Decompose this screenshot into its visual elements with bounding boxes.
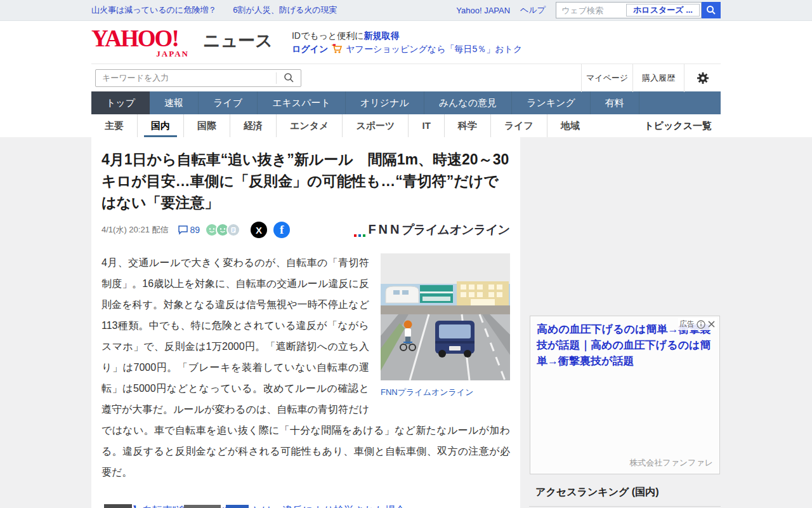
subnav-item-main[interactable]: 主要	[91, 114, 137, 137]
mypage-link[interactable]: マイページ	[581, 64, 632, 92]
search-row: マイページ 購入履歴	[0, 64, 812, 91]
service-name: ニュース	[203, 29, 273, 52]
id-promo-block: IDでもっと便利に新規取得 ログイン ヤフーショッピングなら「毎日5％」おトク	[292, 29, 522, 56]
search-icon	[706, 5, 716, 15]
settings-button[interactable]	[684, 64, 721, 92]
help-link[interactable]: ヘルプ	[520, 4, 546, 16]
fnn-logo-rest: プライムオンライン	[401, 222, 511, 238]
subnav-item-economy[interactable]: 経済	[230, 114, 276, 137]
web-search: ホロスターズ ...	[556, 2, 721, 18]
subnav-item-entertainment[interactable]: エンタメ	[276, 114, 342, 137]
article-title: 4月1日から自転車“追い抜き”新ルール 間隔1m、時速20～30キロが目安…車側…	[102, 149, 510, 213]
fnn-prime-online-logo[interactable]: FNN プライムオンライン	[354, 222, 510, 238]
id-promo-prefix: IDでもっと便利に	[292, 30, 364, 41]
header: YAHOO! JAPAN ニュース IDでもっと便利に新規取得 ログイン ヤフー…	[0, 21, 812, 64]
signup-link[interactable]: 新規取得	[364, 30, 400, 41]
promo-links: 山火事は減っているのに危険増？ 6割が人災、防げる火の現実	[91, 4, 337, 16]
subnav-item-domestic[interactable]: 国内	[137, 114, 183, 137]
ad-close-icon[interactable]	[707, 320, 716, 328]
subnav-item-region[interactable]: 地域	[547, 114, 593, 137]
japan-logo-text: JAPAN	[156, 49, 189, 59]
share-facebook-button[interactable]: f	[273, 222, 290, 238]
subnav-item-domestic-label: 国内	[151, 120, 170, 131]
learn-reaction-icon	[226, 223, 240, 237]
nav-tab-original[interactable]: オリジナル	[346, 91, 424, 114]
related-image-link[interactable]: 【画像】自転車“追い抜き”ルールとは 違反により検挙された場合	[102, 504, 510, 508]
keyword-search-box	[95, 69, 301, 87]
promo-link-2[interactable]: 6割が人災、防げる火の現実	[233, 4, 337, 16]
purchase-history-link[interactable]: 購入履歴	[632, 64, 684, 92]
subnav-item-it[interactable]: IT	[408, 114, 443, 137]
main-nav: トップ 速報 ライブ エキスパート オリジナル みんなの意見 ランキング 有料	[91, 91, 721, 114]
ad-label: 広告	[679, 319, 695, 330]
figure-caption[interactable]: FNNプライムオンライン	[381, 387, 510, 398]
ad-corner: 広告	[678, 318, 717, 330]
article-body-wrap: FNNプライムオンライン 4月、交通ルールで大きく変わるのが、自転車の「青切符制…	[102, 252, 510, 508]
nav-tab-sokuho[interactable]: 速報	[150, 91, 199, 114]
ad-box: 高めの血圧下げるのは簡単→衝撃裏技が話題｜高めの血圧下げるのは簡単→衝撃裏技が話…	[530, 316, 720, 474]
reaction-icons[interactable]	[205, 223, 240, 237]
comment-icon	[178, 225, 188, 235]
cart-icon	[331, 44, 343, 54]
article-illustration[interactable]	[381, 253, 510, 380]
comment-count: 89	[190, 225, 200, 235]
fnn-logo-dots	[354, 234, 365, 237]
main-area: 4月1日から自転車“追い抜き”新ルール 間隔1m、時速20～30キロが目安…車側…	[0, 137, 812, 508]
nav-tab-opinions[interactable]: みんなの意見	[424, 91, 512, 114]
gear-icon	[697, 72, 709, 84]
fnn-logo-fnn: FNN	[368, 222, 402, 237]
shopping-promo-link[interactable]: ヤフーショッピングなら「毎日5％」おトク	[346, 43, 522, 56]
yahoo-logo-text: YAHOO!	[91, 26, 200, 51]
ad-info-icon[interactable]	[697, 320, 705, 329]
nav-tab-top[interactable]: トップ	[91, 91, 150, 114]
nav-tab-expert[interactable]: エキスパート	[258, 91, 346, 114]
divider	[529, 506, 721, 507]
keyword-search-button[interactable]	[277, 70, 301, 86]
clipped-next-heading	[226, 505, 249, 508]
clipped-next-heading	[184, 505, 221, 508]
nav-tab-live[interactable]: ライブ	[199, 91, 258, 114]
nav-tab-ranking[interactable]: ランキング	[512, 91, 591, 114]
topics-list-link[interactable]: トピックス一覧	[644, 120, 721, 132]
ad-advertiser: 株式会社ファンファレ	[629, 457, 713, 469]
publish-date: 4/1(水) 20:21 配信	[102, 224, 169, 236]
subnav-item-life[interactable]: ライフ	[490, 114, 547, 137]
login-link[interactable]: ログイン	[292, 43, 328, 56]
sub-nav: 主要 国内 国際 経済 エンタメ スポーツ IT 科学 ライフ 地域 トピックス…	[91, 114, 721, 137]
comment-button[interactable]: 89	[178, 225, 200, 235]
top-promo-bar: 山火事は減っているのに危険増？ 6割が人災、防げる火の現実 Yahoo! JAP…	[0, 0, 812, 21]
article-card: 4月1日から自転車“追い抜き”新ルール 間隔1m、時速20～30キロが目安…車側…	[91, 137, 520, 508]
yahoo-japan-link[interactable]: Yahoo! JAPAN	[456, 6, 510, 15]
keyword-search-input[interactable]	[96, 73, 276, 83]
article-meta-row: 4/1(水) 20:21 配信 89	[102, 222, 510, 238]
search-suggestion-chip[interactable]: ホロスターズ ...	[626, 4, 700, 17]
article-figure: FNNプライムオンライン	[381, 253, 510, 398]
yahoo-news-logo[interactable]: YAHOO! JAPAN	[91, 26, 200, 59]
subnav-item-science[interactable]: 科学	[444, 114, 490, 137]
search-icon	[284, 72, 294, 83]
web-search-button[interactable]	[702, 2, 721, 18]
subnav-item-world[interactable]: 国際	[183, 114, 230, 137]
sub-nav-wrap: 主要 国内 国際 経済 エンタメ スポーツ IT 科学 ライフ 地域 トピックス…	[0, 114, 812, 137]
subnav-item-sports[interactable]: スポーツ	[342, 114, 408, 137]
nav-tab-paid[interactable]: 有料	[591, 91, 639, 114]
clipped-next-heading	[104, 504, 132, 508]
share-x-button[interactable]: X	[251, 222, 267, 238]
access-ranking-heading[interactable]: アクセスランキング (国内)	[535, 486, 658, 499]
sidebar: 高めの血圧下げるのは簡単→衝撃裏技が話題｜高めの血圧下げるのは簡単→衝撃裏技が話…	[529, 137, 721, 508]
main-nav-wrap: トップ 速報 ライブ エキスパート オリジナル みんなの意見 ランキング 有料	[0, 91, 812, 114]
promo-link-1[interactable]: 山火事は減っているのに危険増？	[91, 4, 216, 16]
web-search-input[interactable]	[556, 6, 625, 15]
